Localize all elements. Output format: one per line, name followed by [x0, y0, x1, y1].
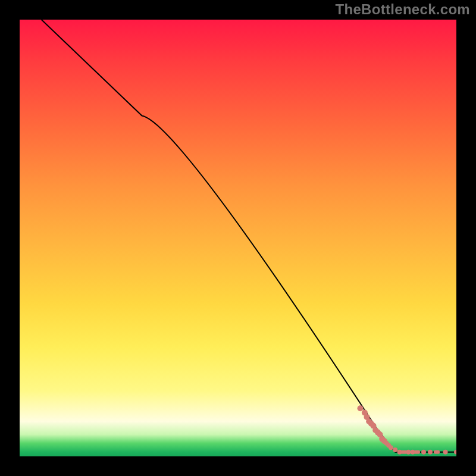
scatter-marker [428, 450, 433, 455]
plot-area [20, 20, 456, 456]
scatter-marker [421, 450, 426, 455]
bottleneck-curve [42, 20, 456, 452]
watermark-label: TheBottleneck.com [336, 1, 470, 18]
scatter-markers-group [358, 405, 457, 454]
scatter-marker [454, 450, 456, 455]
scatter-marker [434, 450, 440, 454]
scatter-marker [443, 450, 448, 455]
chart-overlay-svg [20, 20, 456, 456]
scatter-marker [414, 450, 420, 454]
scatter-marker [406, 450, 411, 455]
scatter-marker [393, 447, 397, 452]
chart-frame: TheBottleneck.com [0, 0, 476, 476]
scatter-marker [358, 405, 364, 411]
scatter-marker [389, 445, 393, 450]
